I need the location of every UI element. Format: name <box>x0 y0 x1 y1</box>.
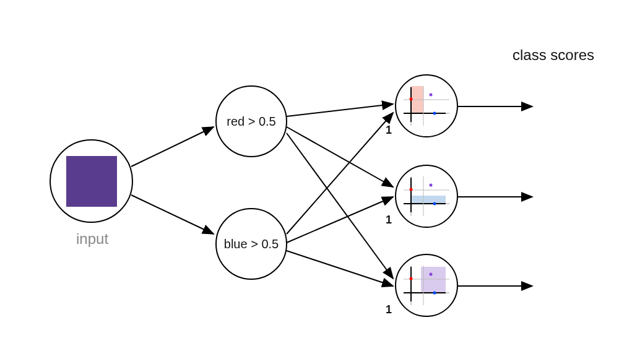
input-image-icon <box>66 156 117 207</box>
svg-point-29 <box>410 188 413 191</box>
decision-region-purple-icon <box>404 266 449 305</box>
input-label: input <box>76 230 108 248</box>
output-node-1 <box>395 74 458 137</box>
svg-line-1 <box>131 127 214 167</box>
output-node-2-bias: 1 <box>386 214 392 227</box>
svg-rect-34 <box>421 267 446 293</box>
svg-line-2 <box>131 195 214 234</box>
svg-point-40 <box>433 292 436 295</box>
svg-point-21 <box>430 93 433 97</box>
hidden-node-red: red > 0.5 <box>215 85 287 157</box>
svg-point-20 <box>433 112 436 115</box>
svg-line-6 <box>287 113 393 234</box>
decision-region-blue-icon <box>404 176 449 216</box>
output-node-3 <box>395 254 458 317</box>
svg-point-41 <box>430 273 433 276</box>
decision-region-red-icon <box>404 86 449 126</box>
svg-line-5 <box>287 133 393 279</box>
neural-network-diagram: input red > 0.5 blue > 0.5 1 <box>0 0 619 364</box>
svg-point-31 <box>430 184 433 187</box>
input-node <box>50 139 133 223</box>
output-node-3-bias: 1 <box>386 303 392 316</box>
svg-line-3 <box>287 104 393 116</box>
hidden-node-red-label: red > 0.5 <box>227 115 276 129</box>
output-node-2 <box>395 165 458 228</box>
svg-rect-24 <box>411 196 446 204</box>
svg-point-30 <box>433 202 436 206</box>
svg-point-19 <box>410 98 413 101</box>
svg-point-39 <box>410 277 413 280</box>
svg-line-7 <box>287 197 393 243</box>
svg-line-8 <box>287 251 393 286</box>
hidden-node-blue: blue > 0.5 <box>215 208 287 280</box>
hidden-node-blue-label: blue > 0.5 <box>224 237 279 251</box>
output-node-1-bias: 1 <box>386 124 392 137</box>
class-scores-label: class scores <box>513 46 594 64</box>
svg-line-4 <box>287 127 393 187</box>
